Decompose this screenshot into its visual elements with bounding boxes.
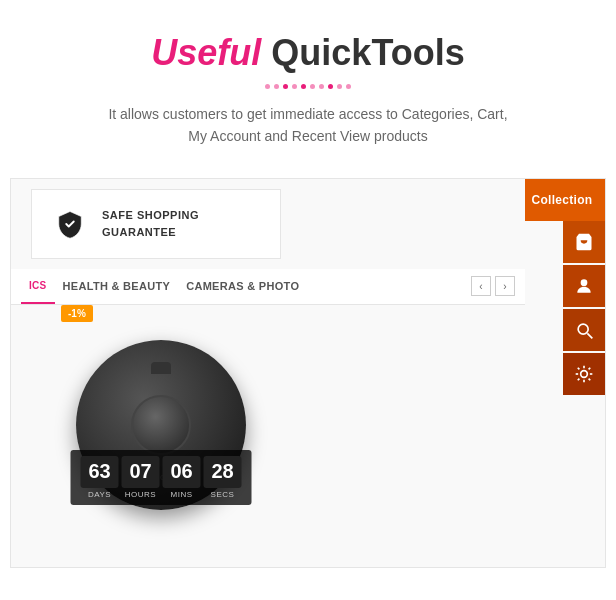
svg-line-5 [587, 333, 592, 338]
dots-decoration [40, 84, 576, 89]
mins-value: 06 [163, 456, 201, 488]
safe-shopping-text: SAFE SHOPPING GUARANTEE [102, 207, 199, 240]
svg-line-12 [589, 378, 591, 380]
content-area: SAFE SHOPPING GUARANTEE Collection [10, 178, 606, 568]
countdown-mins: 06 MINS [163, 456, 201, 499]
prev-arrow[interactable]: ‹ [471, 276, 491, 296]
mins-label: MINS [171, 490, 193, 499]
svg-line-11 [578, 368, 580, 370]
secs-label: SECS [211, 490, 235, 499]
header-subtitle: It allows customers to get immediate acc… [40, 103, 576, 148]
dot [265, 84, 270, 89]
safe-shopping-box: SAFE SHOPPING GUARANTEE [31, 189, 281, 259]
dot [337, 84, 342, 89]
account-icon [574, 276, 594, 296]
secs-value: 28 [204, 456, 242, 488]
countdown-hours: 07 HOURS [122, 456, 160, 499]
tab-cameras-photo[interactable]: CAMERAS & PHOTO [178, 269, 307, 304]
settings-tool-button[interactable] [563, 353, 605, 395]
title-quicktools: QuickTools [271, 32, 464, 73]
robot-bump [151, 362, 171, 374]
hours-label: HOURS [125, 490, 156, 499]
tab-ics[interactable]: ICS [21, 269, 55, 304]
sun-icon [574, 364, 594, 384]
svg-point-4 [578, 324, 588, 334]
dot [319, 84, 324, 89]
search-icon [574, 320, 594, 340]
dot [328, 84, 333, 89]
nav-tabs: ICS HEALTH & BEAUTY CAMERAS & PHOTO ‹ › [11, 269, 525, 305]
countdown-days: 63 DAYS [81, 456, 119, 499]
days-value: 63 [81, 456, 119, 488]
nav-arrows: ‹ › [471, 276, 515, 296]
cart-tool-button[interactable] [563, 221, 605, 263]
countdown-secs: 28 SECS [204, 456, 242, 499]
shield-icon [52, 206, 88, 242]
quick-tools-sidebar: Collection [525, 179, 605, 397]
hours-value: 07 [122, 456, 160, 488]
account-tool-button[interactable] [563, 265, 605, 307]
next-arrow[interactable]: › [495, 276, 515, 296]
product-image: — XIAOMI — 63 DAYS 07 HOURS 06 MINS 28 [61, 325, 261, 525]
svg-point-3 [581, 279, 588, 286]
countdown-timer: 63 DAYS 07 HOURS 06 MINS 28 SECS [71, 450, 252, 505]
svg-point-6 [581, 370, 588, 377]
title-useful: Useful [151, 32, 261, 73]
svg-line-13 [589, 368, 591, 370]
page-title: Useful QuickTools [40, 32, 576, 74]
robot-center [131, 395, 191, 455]
cart-icon [574, 232, 594, 252]
dot [346, 84, 351, 89]
search-tool-button[interactable] [563, 309, 605, 351]
header-section: Useful QuickTools It allows customers to… [0, 0, 616, 168]
dot [274, 84, 279, 89]
discount-badge: -1% [61, 305, 93, 322]
tab-health-beauty[interactable]: HEALTH & BEAUTY [55, 269, 179, 304]
dot [283, 84, 288, 89]
collection-button[interactable]: Collection [525, 179, 605, 221]
dot [292, 84, 297, 89]
dot [310, 84, 315, 89]
svg-line-14 [578, 378, 580, 380]
days-label: DAYS [88, 490, 111, 499]
product-area: -1% — XIAOMI — 63 DAYS 07 HOURS 06 [61, 305, 281, 525]
dot [301, 84, 306, 89]
